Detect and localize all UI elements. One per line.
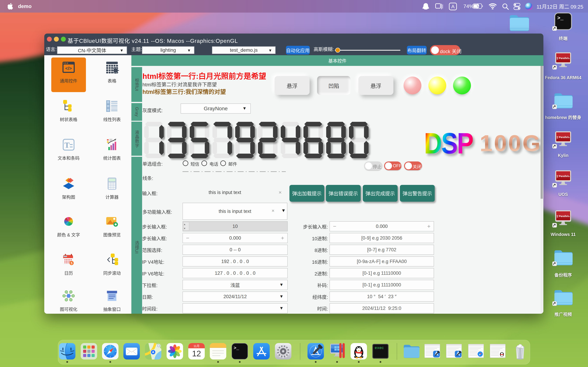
svg-text:12: 12	[192, 349, 201, 358]
svg-text:11月: 11月	[194, 344, 200, 348]
svg-text:>_: >_	[234, 345, 239, 351]
svg-text:exec: exec	[375, 346, 384, 350]
